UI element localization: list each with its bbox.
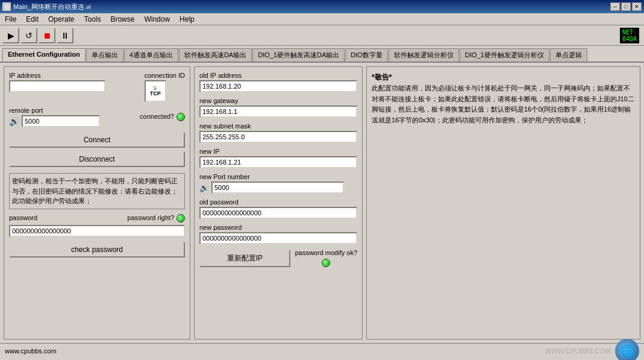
titlebar-buttons: ─ □ ✕	[610, 2, 642, 11]
menu-window[interactable]: Window	[142, 14, 172, 24]
password-input-group	[9, 225, 185, 237]
menu-file[interactable]: File	[2, 14, 19, 24]
new-port-label: new Port number	[199, 173, 357, 180]
tab-single-output[interactable]: 单点输出	[86, 48, 123, 62]
ip-conn-row: IP address connection ID 📡 TCP	[9, 72, 185, 102]
new-gateway-input[interactable]	[199, 106, 357, 118]
disconnect-btn-group: Disconnect	[9, 151, 185, 167]
check-password-btn-group: check password	[9, 242, 185, 257]
ip-input[interactable]	[9, 80, 105, 92]
tab-dio-digital[interactable]: DIO数字量	[345, 48, 388, 62]
connect-btn-group: Connect	[9, 132, 185, 148]
reconfig-ip-button[interactable]: 重新配置IP	[199, 250, 290, 267]
new-password-label: new password	[199, 224, 357, 231]
main-content: IP address connection ID 📡 TCP remote po…	[0, 63, 644, 343]
menu-operate[interactable]: Operate	[46, 14, 77, 24]
warning-body: 此配置功能请用，因为必须让板卡与计算机处于同一网关，同一子网掩码内；如果配置不对…	[372, 83, 635, 125]
new-password-input[interactable]	[199, 232, 357, 244]
password-input[interactable]	[9, 225, 185, 237]
new-gateway-group: new gateway	[199, 97, 357, 118]
toolbar: ▶ ↺ ⏹ ⏸ NET 04DA	[0, 25, 644, 46]
new-ip-label: new IP	[199, 148, 357, 155]
conn-id-section: connection ID 📡 TCP	[145, 72, 185, 102]
tab-ethernet[interactable]: Ethernet Configuration	[2, 48, 86, 62]
old-password-label: old password	[199, 198, 357, 206]
minimize-btn[interactable]: ─	[610, 2, 620, 11]
tcp-box: 📡 TCP	[145, 80, 166, 102]
toolbar-left: ▶ ↺ ⏹ ⏸	[2, 28, 73, 43]
warning-title: *敬告*	[372, 72, 635, 83]
run-btn[interactable]: ▶	[2, 28, 19, 43]
tab-dio1-da[interactable]: DIO_1硬件触发高速DA输出	[252, 48, 345, 62]
statusbar-left: www.cpubbs.com	[5, 347, 57, 355]
new-ip-input[interactable]	[199, 156, 357, 168]
run-continuous-btn[interactable]: ↺	[20, 28, 37, 43]
maximize-btn[interactable]: □	[621, 2, 631, 11]
stop-btn[interactable]: ⏹	[39, 28, 55, 43]
middle-panel: old IP address new gateway new subnet ma…	[194, 66, 363, 339]
connected-label: connected?	[140, 113, 174, 120]
right-panel: *敬告* 此配置功能请用，因为必须让板卡与计算机处于同一网关，同一子网掩码内；如…	[366, 66, 640, 339]
old-password-input[interactable]	[199, 207, 357, 219]
password-row: password password right?	[9, 214, 185, 223]
new-gateway-label: new gateway	[199, 97, 357, 104]
check-password-button[interactable]: check password	[9, 242, 185, 257]
connected-section: connected?	[140, 113, 185, 121]
menu-help[interactable]: Help	[177, 14, 197, 24]
reconfig-row: 重新配置IP password modify ok?	[199, 249, 357, 267]
tab-sw-logic[interactable]: 软件触发逻辑分析仪	[389, 48, 459, 62]
menu-edit[interactable]: Edit	[23, 14, 41, 24]
app-icon: ⚙	[2, 2, 11, 11]
connect-button[interactable]: Connect	[9, 132, 185, 148]
tab-sw-da[interactable]: 软件触发高速DA输出	[179, 48, 252, 62]
port-icon: 🔊	[9, 116, 19, 126]
remote-row: remote port 🔊 connected?	[9, 107, 185, 127]
remote-port-input[interactable]	[22, 115, 100, 127]
tab-single-logic[interactable]: 单点逻辑	[550, 48, 587, 62]
tab-4ch-output[interactable]: 4通道单点输出	[124, 48, 178, 62]
new-ip-group: new IP	[199, 148, 357, 168]
conn-id-label: connection ID	[145, 72, 185, 79]
password-modify-section: password modify ok?	[295, 249, 357, 267]
pause-btn[interactable]: ⏸	[57, 28, 73, 43]
new-port-input[interactable]	[211, 182, 344, 194]
remote-port-label: remote port	[9, 107, 105, 114]
net-label: NET	[622, 29, 637, 36]
password-modify-led	[322, 259, 330, 267]
net-indicator: NET 04DA	[620, 28, 639, 43]
menubar: File Edit Operate Tools Browse Window He…	[0, 13, 644, 25]
left-panel: IP address connection ID 📡 TCP remote po…	[4, 66, 190, 339]
old-ip-label: old IP address	[199, 72, 357, 79]
new-subnet-label: new subnet mask	[199, 122, 357, 130]
globe-icon: 🌐	[615, 339, 639, 361]
titlebar-left: ⚙ Main_网络断开自动重连.vi	[2, 2, 91, 11]
password-modify-label: password modify ok?	[295, 249, 357, 256]
new-subnet-group: new subnet mask	[199, 122, 357, 143]
port2-icon: 🔊	[199, 183, 209, 192]
statusbar: www.cpubbs.com WWW.CPUBBS.COM 🌐	[0, 343, 644, 358]
old-ip-input[interactable]	[199, 80, 357, 92]
ip-label: IP address	[9, 72, 105, 79]
password-label: password	[9, 214, 37, 221]
new-password-group: new password	[199, 224, 357, 244]
menu-tools[interactable]: Tools	[81, 14, 103, 24]
old-ip-group: old IP address	[199, 72, 357, 92]
remote-port-group: remote port 🔊	[9, 107, 105, 127]
close-btn[interactable]: ✕	[632, 2, 642, 11]
password-right-label: password right?	[127, 214, 174, 221]
tabs-container: Ethernet Configuration 单点输出 4通道单点输出 软件触发…	[0, 46, 644, 63]
watermark-text: WWW.CPUBBS.COM	[545, 347, 610, 355]
titlebar: ⚙ Main_网络断开自动重连.vi ─ □ ✕	[0, 0, 644, 13]
warning-text: *敬告* 此配置功能请用，因为必须让板卡与计算机处于同一网关，同一子网掩码内；如…	[372, 72, 635, 126]
connected-led	[177, 113, 185, 121]
statusbar-right: WWW.CPUBBS.COM 🌐	[545, 339, 639, 361]
old-password-group: old password	[199, 198, 357, 219]
desc-text: 密码检测，相当于一个加密狗，不能用，只能判断密码正与否，在旧密码正确的情况下能修…	[9, 173, 185, 209]
tcp-label: TCP	[150, 90, 161, 96]
net-value: 04DA	[622, 36, 637, 42]
tab-dio1-logic[interactable]: DIO_1硬件触发逻辑分析仪	[460, 48, 549, 62]
new-port-group: new Port number 🔊	[199, 173, 357, 194]
disconnect-button[interactable]: Disconnect	[9, 151, 185, 167]
menu-browse[interactable]: Browse	[108, 14, 137, 24]
new-subnet-input[interactable]	[199, 131, 357, 143]
